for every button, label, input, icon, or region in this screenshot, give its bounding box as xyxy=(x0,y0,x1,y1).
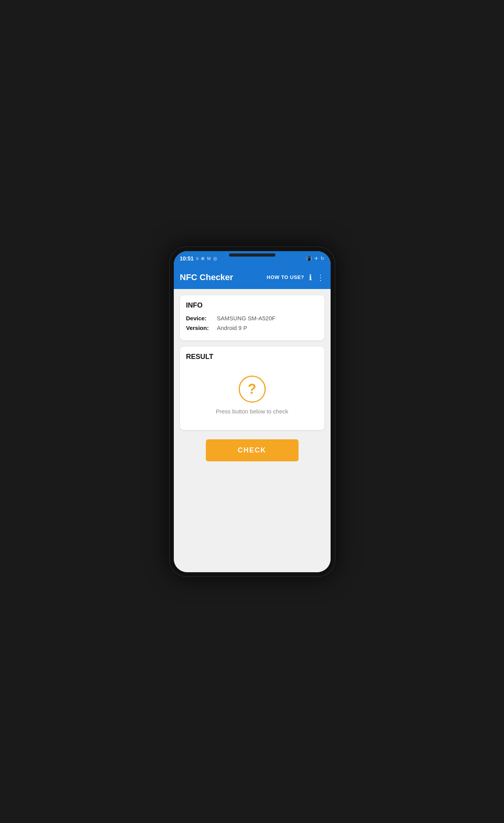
result-card: RESULT ? Press button below to check xyxy=(180,347,324,430)
vibrate-icon: 📳 xyxy=(306,256,312,261)
more-menu-icon[interactable]: ⋮ xyxy=(317,273,324,282)
message-icon: ≡ xyxy=(196,256,199,261)
device-label: Device: xyxy=(186,315,217,321)
version-row: Version: Android 9 P xyxy=(186,325,318,331)
app-bar: NFC Checker HOW TO USE? ℹ ⋮ xyxy=(174,266,331,289)
check-button[interactable]: CHECK xyxy=(206,439,299,461)
notch xyxy=(229,253,275,257)
device-value: SAMSUNG SM-A520F xyxy=(217,315,276,321)
status-time: 10:51 xyxy=(180,255,194,262)
device-row: Device: SAMSUNG SM-A520F xyxy=(186,315,318,321)
result-card-title: RESULT xyxy=(186,353,318,361)
phone-frame: 10:51 ≡ ⊕ M ◎ 📳 ✈ ↻ NFC Checker HOW TO U… xyxy=(169,247,335,577)
app-title: NFC Checker xyxy=(180,272,233,282)
info-card: INFO Device: SAMSUNG SM-A520F Version: A… xyxy=(180,295,324,340)
info-icon[interactable]: ℹ xyxy=(309,273,312,282)
airplane-icon: ✈ xyxy=(314,256,318,261)
refresh-icon: ↻ xyxy=(321,256,324,261)
phone-screen: 10:51 ≡ ⊕ M ◎ 📳 ✈ ↻ NFC Checker HOW TO U… xyxy=(174,251,331,572)
spacer xyxy=(180,474,324,566)
main-content: INFO Device: SAMSUNG SM-A520F Version: A… xyxy=(174,289,331,572)
result-body: ? Press button below to check xyxy=(186,366,318,424)
version-value: Android 9 P xyxy=(217,325,247,331)
info-card-title: INFO xyxy=(186,301,318,309)
how-to-use-button[interactable]: HOW TO USE? xyxy=(267,274,304,280)
status-bar-left: 10:51 ≡ ⊕ M ◎ xyxy=(180,255,217,262)
app-bar-actions: HOW TO USE? ℹ ⋮ xyxy=(267,273,324,282)
target-icon: ◎ xyxy=(213,256,217,261)
status-bar-right: 📳 ✈ ↻ xyxy=(306,256,324,261)
version-label: Version: xyxy=(186,325,217,331)
check-button-wrap: CHECK xyxy=(180,436,324,468)
globe-icon: ⊕ xyxy=(201,256,205,261)
result-hint-text: Press button below to check xyxy=(216,408,288,415)
gmail-icon: M xyxy=(207,256,210,261)
question-icon: ? xyxy=(239,376,266,403)
